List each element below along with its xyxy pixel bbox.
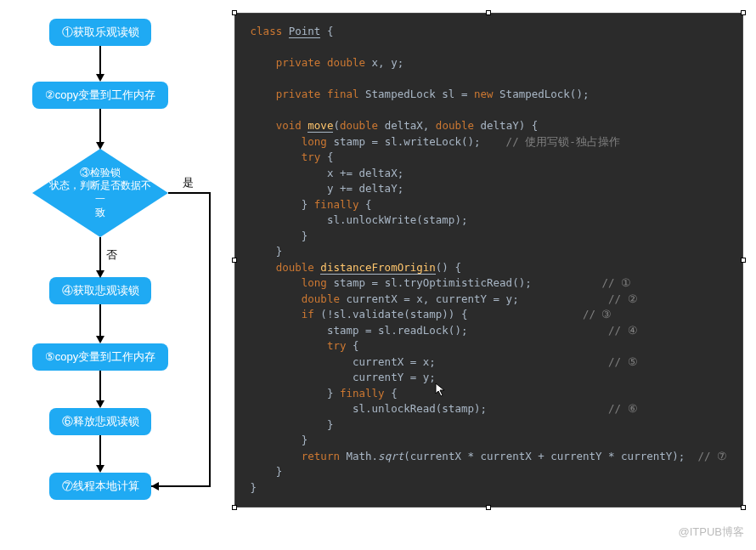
label-yes: 是 <box>183 175 194 190</box>
node-1-optimistic-read: ①获取乐观读锁 <box>49 19 151 46</box>
code-block: class Point { private double x, y; priva… <box>251 24 727 496</box>
label-no: 否 <box>106 247 117 263</box>
node-5-copy-vars: ⑤copy变量到工作内存 <box>32 343 168 371</box>
node-3-text: ③检验锁 状态，判断是否数据不一 致 <box>32 149 168 237</box>
node-4-pessimistic-lock: ④获取悲观读锁 <box>49 277 151 304</box>
flowchart-panel: ①获取乐观读锁 ②copy变量到工作内存 ③检验锁 状态，判断是否数据不一 致 … <box>0 0 230 550</box>
code-panel: class Point { private double x, y; priva… <box>234 13 743 507</box>
node-7-compute: ⑦线程本地计算 <box>49 473 151 500</box>
node-6-release-lock: ⑥释放悲观读锁 <box>49 408 151 435</box>
node-2-copy-vars: ②copy变量到工作内存 <box>32 82 168 109</box>
watermark: @ITPUB博客 <box>679 524 744 540</box>
cursor-icon <box>435 383 447 398</box>
node-3-validate-diamond: ③检验锁 状态，判断是否数据不一 致 <box>32 149 168 237</box>
